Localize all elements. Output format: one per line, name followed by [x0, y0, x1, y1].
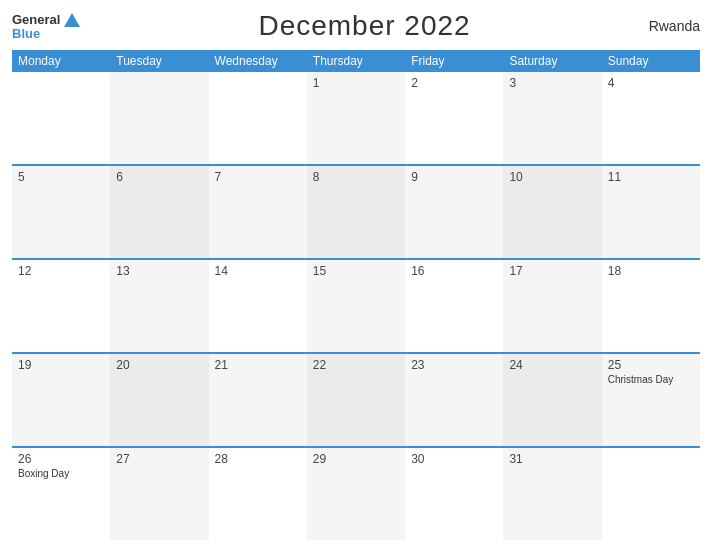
day-cell: 19 — [12, 354, 110, 446]
day-cell — [110, 72, 208, 164]
day-cell: 30 — [405, 448, 503, 540]
day-number: 15 — [313, 264, 326, 278]
day-number: 25 — [608, 358, 621, 372]
day-cell: 16 — [405, 260, 503, 352]
week-row-4: 19202122232425Christmas Day — [12, 354, 700, 448]
day-number: 12 — [18, 264, 31, 278]
day-cell: 21 — [209, 354, 307, 446]
day-cell: 11 — [602, 166, 700, 258]
day-number: 26 — [18, 452, 31, 466]
day-cell: 29 — [307, 448, 405, 540]
day-cell: 1 — [307, 72, 405, 164]
day-cell: 24 — [503, 354, 601, 446]
logo: General Blue — [12, 13, 80, 40]
day-cell: 4 — [602, 72, 700, 164]
day-number: 6 — [116, 170, 123, 184]
day-cell — [209, 72, 307, 164]
day-number: 29 — [313, 452, 326, 466]
calendar-container: General Blue December 2022 Rwanda Monday… — [0, 0, 712, 550]
logo-general-text: General — [12, 13, 60, 26]
day-cell: 18 — [602, 260, 700, 352]
day-number: 1 — [313, 76, 320, 90]
day-cell — [12, 72, 110, 164]
day-cell: 25Christmas Day — [602, 354, 700, 446]
day-number: 28 — [215, 452, 228, 466]
day-cell: 8 — [307, 166, 405, 258]
day-header-saturday: Saturday — [503, 50, 601, 72]
day-cell: 14 — [209, 260, 307, 352]
day-number: 2 — [411, 76, 418, 90]
day-cell: 10 — [503, 166, 601, 258]
day-number: 18 — [608, 264, 621, 278]
week-row-2: 567891011 — [12, 166, 700, 260]
day-header-thursday: Thursday — [307, 50, 405, 72]
day-number: 5 — [18, 170, 25, 184]
day-header-tuesday: Tuesday — [110, 50, 208, 72]
day-number: 24 — [509, 358, 522, 372]
day-header-monday: Monday — [12, 50, 110, 72]
day-cell: 20 — [110, 354, 208, 446]
day-header-sunday: Sunday — [602, 50, 700, 72]
country-label: Rwanda — [649, 18, 700, 34]
day-number: 31 — [509, 452, 522, 466]
day-cell: 13 — [110, 260, 208, 352]
day-number: 9 — [411, 170, 418, 184]
day-cell: 28 — [209, 448, 307, 540]
day-number: 7 — [215, 170, 222, 184]
week-row-5: 26Boxing Day2728293031 — [12, 448, 700, 540]
day-number: 19 — [18, 358, 31, 372]
day-cell: 26Boxing Day — [12, 448, 110, 540]
calendar-grid: 1234567891011121314151617181920212223242… — [12, 72, 700, 540]
day-number: 3 — [509, 76, 516, 90]
day-cell: 3 — [503, 72, 601, 164]
month-title: December 2022 — [258, 10, 470, 42]
day-number: 17 — [509, 264, 522, 278]
calendar-header: General Blue December 2022 Rwanda — [12, 10, 700, 42]
day-cell — [602, 448, 700, 540]
day-number: 20 — [116, 358, 129, 372]
week-row-3: 12131415161718 — [12, 260, 700, 354]
day-number: 14 — [215, 264, 228, 278]
day-cell: 17 — [503, 260, 601, 352]
day-cell: 7 — [209, 166, 307, 258]
day-number: 27 — [116, 452, 129, 466]
day-number: 13 — [116, 264, 129, 278]
day-cell: 9 — [405, 166, 503, 258]
day-header-friday: Friday — [405, 50, 503, 72]
day-number: 10 — [509, 170, 522, 184]
day-number: 30 — [411, 452, 424, 466]
day-event: Christmas Day — [608, 374, 694, 385]
day-number: 16 — [411, 264, 424, 278]
day-number: 22 — [313, 358, 326, 372]
day-cell: 23 — [405, 354, 503, 446]
day-number: 4 — [608, 76, 615, 90]
week-row-1: 1234 — [12, 72, 700, 166]
day-number: 23 — [411, 358, 424, 372]
day-cell: 5 — [12, 166, 110, 258]
day-cell: 22 — [307, 354, 405, 446]
day-number: 11 — [608, 170, 621, 184]
day-headers: MondayTuesdayWednesdayThursdayFridaySatu… — [12, 50, 700, 72]
logo-triangle-icon — [64, 13, 80, 27]
day-number: 21 — [215, 358, 228, 372]
day-number: 8 — [313, 170, 320, 184]
day-cell: 2 — [405, 72, 503, 164]
day-cell: 15 — [307, 260, 405, 352]
day-cell: 31 — [503, 448, 601, 540]
logo-blue-text: Blue — [12, 27, 80, 40]
day-cell: 27 — [110, 448, 208, 540]
day-header-wednesday: Wednesday — [209, 50, 307, 72]
day-cell: 6 — [110, 166, 208, 258]
day-cell: 12 — [12, 260, 110, 352]
day-event: Boxing Day — [18, 468, 104, 479]
